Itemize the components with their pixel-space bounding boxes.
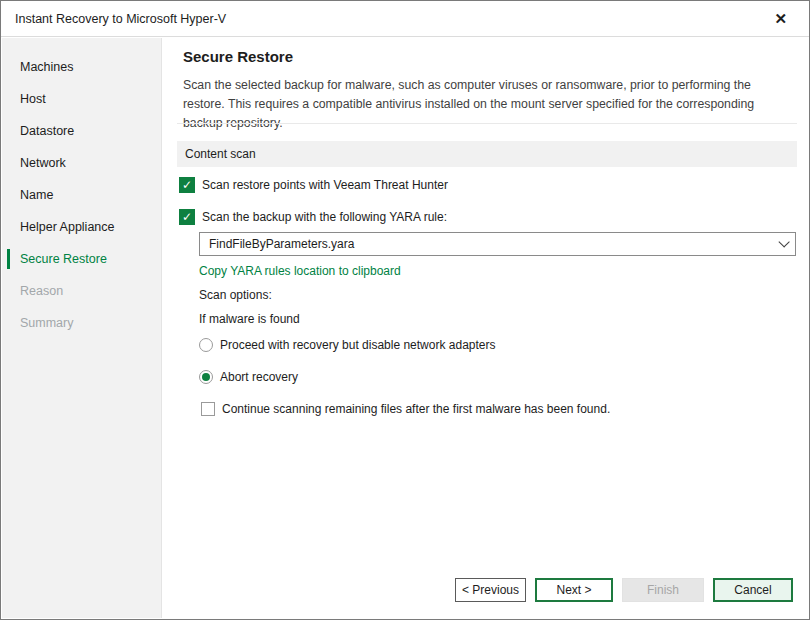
wizard-steps-sidebar: Machines Host Datastore Network Name Hel… (2, 38, 162, 618)
chevron-down-icon (778, 236, 789, 247)
page-description: Scan the selected backup for malware, su… (183, 76, 795, 133)
cancel-button[interactable]: Cancel (713, 578, 793, 602)
sidebar-item-network[interactable]: Network (2, 147, 161, 179)
window-title: Instant Recovery to Microsoft Hyper-V (15, 12, 766, 26)
yara-rule-selected-value: FindFileByParameters.yara (209, 237, 778, 251)
proceed-radio-label[interactable]: Proceed with recovery but disable networ… (220, 338, 495, 352)
continue-scanning-row: Continue scanning remaining files after … (201, 402, 610, 416)
copy-yara-location-link[interactable]: Copy YARA rules location to clipboard (199, 264, 401, 278)
continue-scanning-label[interactable]: Continue scanning remaining files after … (222, 402, 610, 416)
title-bar: Instant Recovery to Microsoft Hyper-V ✕ (1, 1, 809, 37)
main-panel: Secure Restore Scan the selected backup … (162, 38, 808, 618)
threat-hunter-label[interactable]: Scan restore points with Veeam Threat Hu… (202, 178, 448, 192)
sidebar-item-secure-restore[interactable]: Secure Restore (2, 243, 161, 275)
yara-rule-row: ✓ Scan the backup with the following YAR… (179, 209, 447, 225)
threat-hunter-row: ✓ Scan restore points with Veeam Threat … (179, 177, 448, 193)
yara-rule-dropdown[interactable]: FindFileByParameters.yara (199, 232, 796, 256)
divider (177, 123, 797, 124)
wizard-window: Instant Recovery to Microsoft Hyper-V ✕ … (0, 0, 810, 620)
proceed-radio-row: Proceed with recovery but disable networ… (199, 338, 495, 352)
finish-button: Finish (622, 578, 704, 602)
previous-button[interactable]: < Previous (455, 578, 526, 602)
content-scan-label: Content scan (185, 147, 256, 161)
content-scan-section-header: Content scan (177, 141, 797, 167)
abort-radio[interactable] (199, 370, 213, 384)
abort-radio-row: Abort recovery (199, 370, 298, 384)
sidebar-item-datastore[interactable]: Datastore (2, 115, 161, 147)
sidebar-item-helper-appliance[interactable]: Helper Appliance (2, 211, 161, 243)
yara-rule-checkbox[interactable]: ✓ (179, 209, 195, 225)
sidebar-item-host[interactable]: Host (2, 83, 161, 115)
if-malware-found-label: If malware is found (199, 312, 300, 326)
abort-radio-label[interactable]: Abort recovery (220, 370, 298, 384)
close-icon[interactable]: ✕ (766, 9, 795, 28)
yara-rule-label[interactable]: Scan the backup with the following YARA … (202, 210, 447, 224)
sidebar-item-machines[interactable]: Machines (2, 51, 161, 83)
sidebar-item-name[interactable]: Name (2, 179, 161, 211)
threat-hunter-checkbox[interactable]: ✓ (179, 177, 195, 193)
scan-options-label: Scan options: (199, 288, 272, 302)
wizard-footer: < Previous Next > Finish Cancel (455, 578, 793, 602)
sidebar-item-summary: Summary (2, 307, 161, 339)
continue-scanning-checkbox[interactable] (201, 402, 215, 416)
page-title: Secure Restore (183, 48, 293, 65)
proceed-radio[interactable] (199, 338, 213, 352)
sidebar-item-reason: Reason (2, 275, 161, 307)
next-button[interactable]: Next > (535, 578, 613, 602)
